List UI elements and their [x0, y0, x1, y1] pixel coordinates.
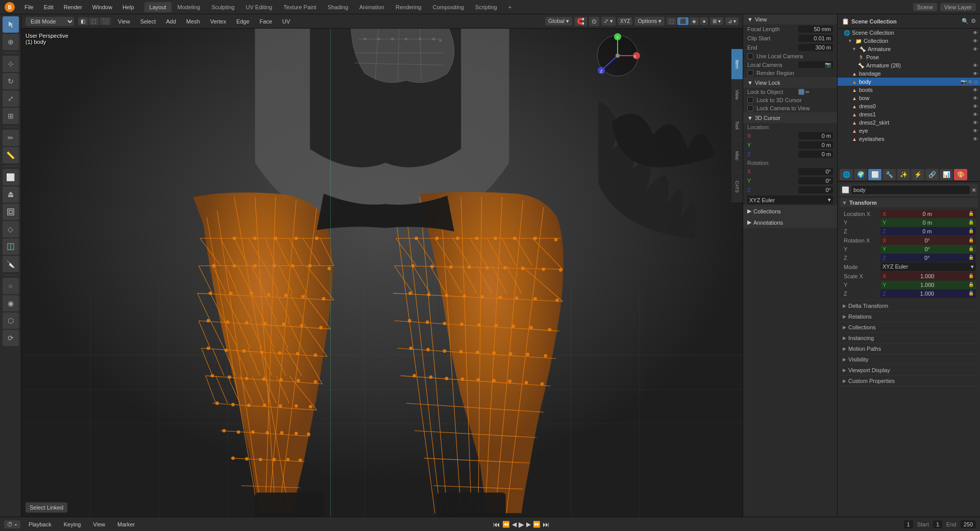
- props-scene-btn[interactable]: 🌐: [840, 169, 853, 180]
- material-btn[interactable]: ◈: [690, 17, 699, 25]
- tab-add[interactable]: +: [503, 2, 517, 12]
- tool-select[interactable]: [3, 16, 19, 33]
- global-transform[interactable]: Global ▾: [545, 17, 572, 26]
- view-lock-header[interactable]: ▼ View Lock: [743, 78, 837, 88]
- collection-eye[interactable]: 👁: [973, 38, 978, 44]
- outliner-item-eyelashes[interactable]: ▲ eyelashes 👁: [838, 135, 980, 143]
- tool-shrink[interactable]: ◉: [3, 295, 19, 311]
- use-local-camera-checkbox[interactable]: [747, 53, 753, 59]
- dress2-eye[interactable]: 👁: [973, 120, 978, 126]
- clip-end-value[interactable]: 300 m: [798, 44, 833, 51]
- keying-menu[interactable]: Keying: [60, 520, 85, 528]
- snap-btn[interactable]: 🧲: [574, 17, 587, 26]
- outliner-item-body[interactable]: ▲ body 📷 👁 ⊙: [838, 78, 980, 86]
- tab-rendering[interactable]: Rendering: [390, 2, 427, 12]
- props-particles-btn[interactable]: ✨: [897, 169, 910, 180]
- eyelashes-eye[interactable]: 👁: [973, 136, 978, 142]
- focal-length-value[interactable]: 50 mm: [798, 26, 833, 33]
- motion-paths-header[interactable]: ▶ Motion Paths: [840, 344, 978, 354]
- object-name-field[interactable]: body: [851, 186, 970, 194]
- marker-menu[interactable]: Marker: [113, 520, 139, 528]
- viewport-display-header[interactable]: ▶ Viewport Display: [840, 365, 978, 375]
- outliner-item-collection[interactable]: ▼ 📁 Collection 👁: [838, 37, 980, 45]
- props-modifier-btn[interactable]: 🔧: [883, 169, 896, 180]
- tool-cursor[interactable]: ⊕: [3, 34, 19, 50]
- overlay-btn[interactable]: ⊞ ▾: [710, 17, 723, 25]
- cursor-rx-value[interactable]: 0°: [798, 168, 833, 175]
- tool-loop-cut[interactable]: [3, 238, 19, 255]
- instancing-header[interactable]: ▶ Instancing: [840, 333, 978, 343]
- vtab-item[interactable]: Item: [731, 49, 743, 80]
- rotation-z-field[interactable]: Z 0° 🔒: [880, 254, 976, 262]
- menu-help[interactable]: Help: [118, 3, 138, 11]
- vtab-misc[interactable]: Misc: [731, 141, 743, 172]
- outliner-item-scene[interactable]: 🌐 Scene Collection 👁: [838, 29, 980, 37]
- cursor-x-value[interactable]: 0 m: [798, 132, 833, 139]
- outliner-item-bow[interactable]: ▲ bow 👁: [838, 94, 980, 102]
- eye-visibility[interactable]: 👁: [973, 128, 978, 134]
- jump-end-btn[interactable]: ⏭: [543, 520, 550, 528]
- cursor-y-value[interactable]: 0 m: [798, 141, 833, 149]
- tool-add-cube[interactable]: ⬜: [3, 169, 19, 185]
- location-x-field[interactable]: X 0 m 🔒: [880, 210, 976, 218]
- outliner-options-icon[interactable]: ⚙: [971, 18, 976, 25]
- vp-view-toggle[interactable]: ◧ ⬚ ⬛: [78, 17, 111, 25]
- location-y-field[interactable]: Y 0 m 🔒: [880, 219, 976, 227]
- vp-mesh-menu[interactable]: Mesh: [183, 17, 203, 26]
- body-render-icon[interactable]: 📷: [961, 79, 967, 85]
- tool-measure[interactable]: 📏: [3, 147, 19, 163]
- annotations-header[interactable]: ▶ Annotations: [743, 217, 837, 228]
- outliner-item-pose[interactable]: 🏃 Pose: [838, 53, 980, 61]
- vp-add-menu[interactable]: Add: [163, 17, 179, 26]
- n-collections-header[interactable]: ▶ Collections: [743, 206, 837, 216]
- visibility-header[interactable]: ▶ Visibility: [840, 354, 978, 365]
- relations-header[interactable]: ▶ Relations: [840, 311, 978, 322]
- dress1-eye[interactable]: 👁: [973, 112, 978, 117]
- play-btn[interactable]: ▶: [519, 520, 524, 528]
- lock-camera-checkbox[interactable]: [747, 105, 753, 111]
- end-frame-field[interactable]: 250: [961, 520, 976, 528]
- tool-spin[interactable]: ⟳: [3, 330, 19, 346]
- props-object-btn[interactable]: ⬜: [868, 169, 881, 180]
- render-btn[interactable]: ●: [700, 17, 708, 25]
- jump-start-btn[interactable]: ⏮: [493, 520, 500, 528]
- navigation-gizmo[interactable]: X Y Z: [595, 33, 641, 79]
- tab-compositing[interactable]: Compositing: [428, 2, 469, 12]
- vp-vertex-menu[interactable]: Vertex: [207, 17, 229, 26]
- view-section-header[interactable]: ▼ View: [743, 14, 837, 25]
- body-viewport-icon[interactable]: 👁: [968, 79, 973, 85]
- clip-start-value[interactable]: 0.01 m: [798, 35, 833, 42]
- tool-transform[interactable]: ⊞: [3, 108, 19, 124]
- tab-sculpting[interactable]: Sculpting: [206, 2, 239, 12]
- lock-3d-cursor-checkbox[interactable]: [747, 97, 753, 103]
- vtab-view[interactable]: View: [731, 80, 743, 110]
- vp-uv-menu[interactable]: UV: [279, 17, 293, 26]
- viewport[interactable]: Edit Mode Object Mode Sculpt Mode ◧ ⬚ ⬛ …: [21, 14, 743, 517]
- props-physics-btn[interactable]: ⚡: [911, 169, 924, 180]
- cursor-z-value[interactable]: 0 m: [798, 151, 833, 158]
- tool-scale[interactable]: ⤢: [3, 90, 19, 107]
- render-region-checkbox[interactable]: [747, 70, 753, 76]
- bandage-eye[interactable]: 👁: [973, 71, 978, 77]
- outliner-filter-icon[interactable]: 🔍: [962, 18, 969, 25]
- proportional-edit[interactable]: ⊙: [589, 17, 599, 26]
- current-frame-field[interactable]: 1: [904, 520, 913, 528]
- timeline-mode-selector[interactable]: ⏱ ▾: [4, 520, 20, 528]
- delta-transform-header[interactable]: ▶ Delta Transform: [840, 301, 978, 311]
- props-material-btn[interactable]: 🎨: [954, 169, 967, 180]
- outliner-item-dress1[interactable]: ▲ dress1 👁: [838, 110, 980, 118]
- vp-face-menu[interactable]: Face: [257, 17, 275, 26]
- props-world-btn[interactable]: 🌍: [854, 169, 867, 180]
- outliner-item-eye[interactable]: ▲ eye 👁: [838, 127, 980, 135]
- menu-edit[interactable]: Edit: [40, 3, 58, 11]
- tool-bevel[interactable]: ◇: [3, 221, 19, 237]
- options-btn[interactable]: Options ▾: [634, 17, 665, 26]
- tool-annotate[interactable]: ✏: [3, 130, 19, 146]
- body-hide-icon[interactable]: ⊙: [974, 79, 978, 85]
- transform-orient[interactable]: XYZ: [618, 17, 632, 25]
- menu-window[interactable]: Window: [88, 3, 116, 11]
- vtab-tool[interactable]: Tool: [731, 110, 743, 141]
- view-menu-tl[interactable]: View: [89, 520, 109, 528]
- tool-rotate[interactable]: ↻: [3, 73, 19, 89]
- tool-move[interactable]: ⊹: [3, 56, 19, 72]
